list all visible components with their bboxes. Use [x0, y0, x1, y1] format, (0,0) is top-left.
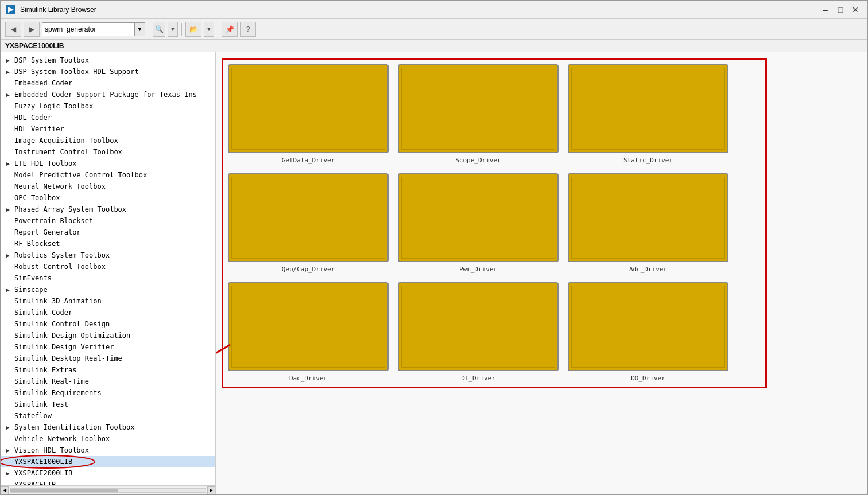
sidebar-item-label: SimEvents: [14, 274, 52, 282]
search-input[interactable]: [42, 23, 134, 36]
block-getdata-driver[interactable]: [228, 64, 389, 153]
block-adc-driver[interactable]: [568, 173, 728, 262]
back-button[interactable]: ◀: [5, 22, 21, 37]
add-to-path-button[interactable]: 📂: [185, 22, 202, 37]
sidebar-item-simulink-control[interactable]: ► Simulink Control Design: [1, 318, 215, 330]
sidebar-item-label: Robust Control Toolbox: [14, 263, 106, 271]
sidebar-item-simulink-req[interactable]: ► Simulink Requirements: [1, 387, 215, 399]
sidebar-item-image-acquisition[interactable]: ► Image Acquisition Toolbox: [1, 135, 215, 146]
block-label-adc: Adc_Driver: [629, 266, 667, 273]
block-static-driver[interactable]: [568, 64, 728, 153]
sidebar-item-lte-hdl[interactable]: ► LTE HDL Toolbox: [1, 158, 215, 169]
horizontal-scrollbar[interactable]: ◀ ▶: [1, 485, 215, 494]
sidebar-item-hdl-verifier[interactable]: ► HDL Verifier: [1, 123, 215, 135]
block-item-di: DI_Driver: [398, 282, 559, 382]
sidebar-item-vision-hdl[interactable]: ► Vision HDL Toolbox: [1, 445, 215, 456]
sidebar-item-label: Fuzzy Logic Toolbox: [14, 102, 93, 110]
toolbar: ◀ ▶ ▼ 🔍 ▼ 📂 ▼ 📌 ?: [1, 19, 867, 40]
hscroll-track[interactable]: [10, 488, 206, 493]
maximize-button[interactable]: □: [834, 3, 847, 16]
sidebar-item-fuzzy-logic[interactable]: ► Fuzzy Logic Toolbox: [1, 100, 215, 112]
sidebar-item-report-generator[interactable]: ► Report Generator: [1, 227, 215, 238]
pin-button[interactable]: 📌: [222, 22, 238, 37]
sidebar-item-label: Simulink Control Design: [14, 320, 110, 328]
block-pwm-driver[interactable]: [398, 173, 559, 262]
sidebar-item-simulink-extras[interactable]: ► Simulink Extras: [1, 364, 215, 376]
sidebar-item-embedded-coder[interactable]: ► Embedded Coder: [1, 77, 215, 89]
sidebar-item-label: YXSPACE1000LIB: [14, 458, 72, 466]
sidebar-item-simulink-test[interactable]: ► Simulink Test: [1, 399, 215, 410]
scroll-left-button[interactable]: ◀: [1, 486, 9, 494]
block-dac-driver[interactable]: [228, 282, 389, 371]
blocks-grid: GetData_Driver Scope_Driver Static_Drive…: [228, 64, 761, 382]
blocks-container: GetData_Driver Scope_Driver Static_Drive…: [222, 58, 767, 388]
sidebar-item-label: DSP System Toolbox: [14, 56, 89, 64]
sidebar-item-label: Simulink 3D Animation: [14, 297, 102, 305]
sidebar: ► DSP System Toolbox ► DSP System Toolbo…: [1, 52, 216, 494]
sidebar-item-dsp-system-toolbox[interactable]: ► DSP System Toolbox: [1, 54, 215, 66]
sidebar-item-opc-toolbox[interactable]: ► OPC Toolbox: [1, 192, 215, 204]
find-dropdown-button[interactable]: ▼: [168, 22, 178, 37]
sidebar-item-dsp-hdl-support[interactable]: ► DSP System Toolbox HDL Support: [1, 66, 215, 77]
sidebar-item-label: Simscape: [14, 286, 48, 294]
titlebar-controls: – □ ✕: [819, 3, 862, 16]
expand-icon: ►: [5, 252, 12, 259]
block-item-qep: Qep/Cap_Driver: [228, 173, 389, 273]
sidebar-item-label: Image Acquisition Toolbox: [14, 137, 118, 145]
block-scope-driver[interactable]: [398, 64, 559, 153]
block-item-getdata: GetData_Driver: [228, 64, 389, 164]
sidebar-item-label: Embedded Coder: [14, 79, 72, 87]
block-label-dac: Dac_Driver: [289, 375, 327, 382]
breadcrumb-bar: YXSPACE1000LIB: [1, 40, 867, 52]
sidebar-item-robust-control[interactable]: ► Robust Control Toolbox: [1, 261, 215, 272]
expand-icon: ►: [5, 92, 12, 98]
close-button[interactable]: ✕: [849, 3, 862, 16]
sidebar-item-robotics[interactable]: ► Robotics System Toolbox: [1, 250, 215, 261]
find-button[interactable]: 🔍: [153, 22, 165, 37]
simulink-icon: [6, 5, 16, 14]
expand-icon: ►: [5, 161, 12, 167]
sidebar-item-yxspace2000lib[interactable]: ► YXSPACE2000LIB: [1, 467, 215, 479]
help-button[interactable]: ?: [240, 22, 256, 37]
sidebar-item-simscape[interactable]: ► Simscape: [1, 284, 215, 295]
sidebar-item-label: Powertrain Blockset: [14, 217, 93, 225]
separator-3: [218, 23, 218, 36]
sidebar-item-phased-array[interactable]: ► Phased Array System Toolbox: [1, 204, 215, 215]
sidebar-item-simulink-design-ver[interactable]: ► Simulink Design Verifier: [1, 341, 215, 353]
sidebar-item-simulink-3d[interactable]: ► Simulink 3D Animation: [1, 295, 215, 307]
minimize-button[interactable]: –: [819, 3, 832, 16]
sidebar-item-yxspace1000lib[interactable]: ► YXSPACE1000LIB: [1, 456, 215, 467]
block-item-pwm: Pwm_Driver: [398, 173, 559, 273]
block-do-driver[interactable]: [568, 282, 728, 371]
search-dropdown[interactable]: ▼: [134, 23, 145, 36]
forward-button[interactable]: ▶: [24, 22, 40, 37]
sidebar-item-simulink-desktop[interactable]: ► Simulink Desktop Real-Time: [1, 353, 215, 364]
sidebar-item-powertrain[interactable]: ► Powertrain Blockset: [1, 215, 215, 227]
block-item-scope: Scope_Driver: [398, 64, 559, 164]
sidebar-item-simulink-design-opt[interactable]: ► Simulink Design Optimization: [1, 330, 215, 341]
sidebar-item-simevents[interactable]: ► SimEvents: [1, 272, 215, 284]
sidebar-item-label: Instrument Control Toolbox: [14, 148, 122, 156]
sidebar-item-hdl-coder[interactable]: ► HDL Coder: [1, 112, 215, 123]
block-item-do: DO_Driver: [568, 282, 728, 382]
sidebar-item-vehicle-network[interactable]: ► Vehicle Network Toolbox: [1, 433, 215, 445]
sidebar-item-neural-network[interactable]: ► Neural Network Toolbox: [1, 181, 215, 192]
sidebar-item-label: System Identification Toolbox: [14, 423, 135, 431]
scroll-right-button[interactable]: ▶: [207, 486, 215, 494]
add-path-dropdown-button[interactable]: ▼: [204, 22, 214, 37]
sidebar-item-model-predictive[interactable]: ► Model Predictive Control Toolbox: [1, 169, 215, 181]
sidebar-item-rf-blockset[interactable]: ► RF Blockset: [1, 238, 215, 250]
sidebar-item-label: Simulink Extras: [14, 366, 76, 374]
sidebar-item-simulink-coder[interactable]: ► Simulink Coder: [1, 307, 215, 318]
sidebar-item-embedded-coder-support[interactable]: ► Embedded Coder Support Package for Tex…: [1, 89, 215, 100]
titlebar-left: Simulink Library Browser: [6, 5, 96, 14]
sidebar-item-label: Vehicle Network Toolbox: [14, 435, 110, 443]
expand-icon: ►: [5, 206, 12, 213]
block-qep-driver[interactable]: [228, 173, 389, 262]
sidebar-item-system-id[interactable]: ► System Identification Toolbox: [1, 422, 215, 433]
hscroll-thumb[interactable]: [10, 489, 118, 492]
sidebar-item-instrument-control[interactable]: ► Instrument Control Toolbox: [1, 146, 215, 158]
sidebar-item-simulink-realtime[interactable]: ► Simulink Real-Time: [1, 376, 215, 387]
block-di-driver[interactable]: [398, 282, 559, 371]
sidebar-item-stateflow[interactable]: ► Stateflow: [1, 410, 215, 422]
